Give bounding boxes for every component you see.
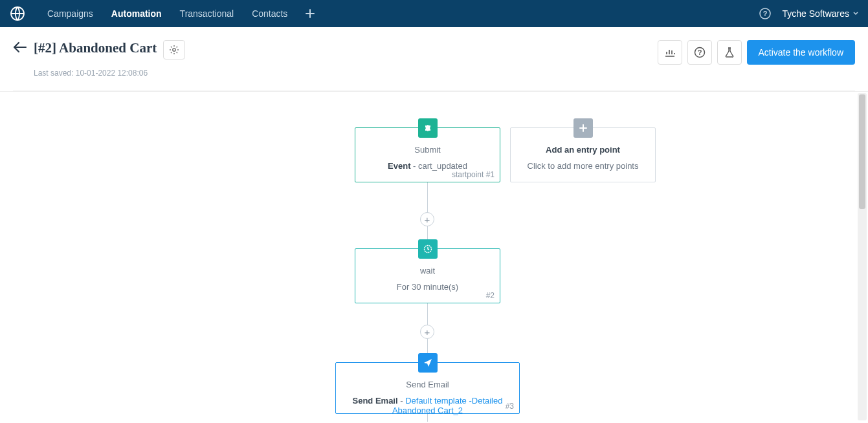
node-add-entry[interactable]: Add an entry point Click to add more ent… [510,127,656,182]
node-wait-title: wait [363,266,492,276]
node-email-id: #3 [506,402,514,411]
question-icon: ? [694,47,706,58]
user-menu[interactable]: Tyche Softwares [783,8,859,19]
chart-icon [665,48,675,57]
node-submit-title: Submit [363,145,492,155]
node-wait-subtitle: For 30 minute(s) [363,282,492,292]
stats-button[interactable] [658,40,682,65]
topbar-right: ? Tyche Softwares [759,8,859,19]
nav-list: Campaigns Automation Transactional Conta… [38,0,324,27]
chevron-down-icon [853,11,858,16]
add-step-button[interactable]: + [420,212,434,226]
nav-campaigns[interactable]: Campaigns [38,0,102,27]
brand-logo-icon[interactable] [10,6,25,21]
page-header: [#2] Abandoned Cart ? Activate the workf… [0,27,868,92]
send-icon [418,353,438,373]
node-entry-title: Add an entry point [518,145,647,155]
nav-contacts[interactable]: Contacts [243,0,296,27]
svg-text:?: ? [762,10,767,17]
scrollbar-thumb[interactable] [859,94,865,209]
gear-icon [169,45,179,55]
nav-transactional[interactable]: Transactional [171,0,243,27]
nav-automation[interactable]: Automation [102,0,171,27]
page-title: [#2] Abandoned Cart [34,40,157,56]
plus-icon [573,118,593,138]
workflow-canvas[interactable]: Submit Event - cart_updated startpoint #… [0,92,868,422]
test-button[interactable] [717,40,742,65]
flask-icon [725,47,734,58]
user-name: Tyche Softwares [783,8,850,19]
last-saved-text: Last saved: 10-01-2022 12:08:06 [0,69,868,91]
template-link[interactable]: Default template -Detailed Abandoned Car… [392,396,503,415]
back-button[interactable] [13,41,27,56]
svg-text:?: ? [697,49,702,56]
top-navbar: Campaigns Automation Transactional Conta… [0,0,868,27]
nav-add-button[interactable] [296,0,324,27]
workflow-canvas-wrapper: Submit Event - cart_updated startpoint #… [0,92,868,422]
puzzle-icon [418,118,438,138]
connector-line [427,414,428,422]
node-send-email[interactable]: Send Email Send Email - Default template… [335,362,520,414]
node-wait-id: #2 [486,291,495,300]
node-submit[interactable]: Submit Event - cart_updated startpoint #… [355,127,500,182]
node-entry-subtitle: Click to add more entry points [518,161,647,171]
node-submit-id: startpoint #1 [452,170,495,179]
node-email-details: Send Email - Default template -Detailed … [344,396,511,415]
clock-icon [418,239,438,259]
scrollbar[interactable] [858,93,867,420]
help-button[interactable]: ? [687,40,712,65]
settings-button[interactable] [163,40,185,60]
node-wait[interactable]: wait For 30 minute(s) #2 [355,248,500,303]
help-icon[interactable]: ? [759,8,771,19]
activate-workflow-button[interactable]: Activate the workflow [747,40,856,65]
node-email-title: Send Email [344,380,511,389]
node-submit-event: Event - cart_updated [363,161,492,171]
svg-point-3 [173,49,175,51]
header-actions: ? Activate the workflow [658,40,856,65]
add-step-button[interactable]: + [420,325,434,339]
divider [13,91,855,91]
